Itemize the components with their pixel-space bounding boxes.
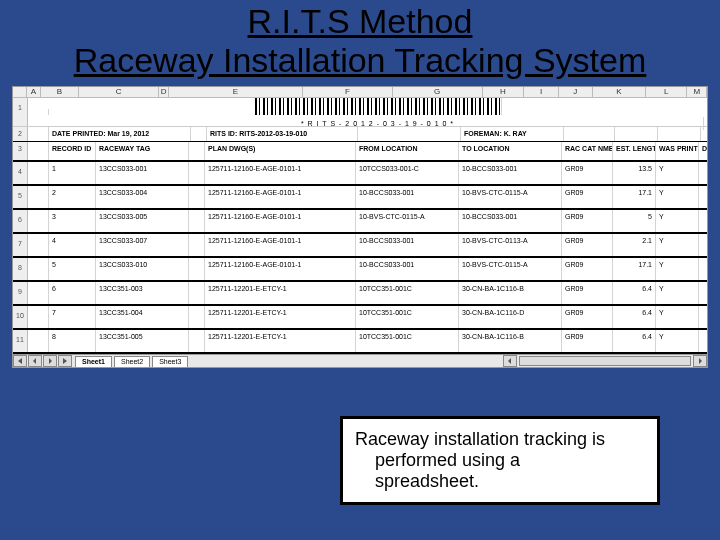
hdr-raccat[interactable]: RAC CAT NMBR: [562, 142, 613, 160]
cell-date-installed[interactable]: [699, 306, 707, 328]
cell-raccat[interactable]: GR09: [562, 234, 613, 256]
hdr-from[interactable]: FROM LOCATION: [356, 142, 459, 160]
hdr-plan-dwg[interactable]: PLAN DWG(S): [205, 142, 356, 160]
cell-date-installed[interactable]: [699, 162, 707, 184]
sheet-tab-2[interactable]: Sheet2: [114, 356, 150, 367]
cell-from[interactable]: 10-BCCS033-001: [356, 258, 459, 280]
col-C[interactable]: C: [79, 87, 160, 98]
sheet-tab-1[interactable]: Sheet1: [75, 356, 112, 367]
hdr-date-installed[interactable]: DATE INSTALLED: [699, 142, 707, 160]
hscroll-left-icon[interactable]: [503, 355, 517, 367]
cell-est-length[interactable]: 17.1: [613, 186, 656, 208]
cell-was-printed[interactable]: Y: [656, 306, 699, 328]
col-K[interactable]: K: [593, 87, 646, 98]
col-D[interactable]: D: [159, 87, 168, 98]
cell-raceway-tag[interactable]: 13CCS033-010: [96, 258, 189, 280]
col-M[interactable]: M: [687, 87, 707, 98]
cell-to[interactable]: 10-BVS-CTC-0115-A: [459, 186, 562, 208]
cell-to[interactable]: 10-BCCS033-001: [459, 210, 562, 232]
hdr-was-printed[interactable]: WAS PRINTED: [656, 142, 699, 160]
cell-raceway-tag[interactable]: 13CC351-005: [96, 330, 189, 352]
row-header[interactable]: 6: [13, 210, 28, 232]
cell-record-id[interactable]: 4: [49, 234, 96, 256]
cell-was-printed[interactable]: Y: [656, 234, 699, 256]
col-E[interactable]: E: [169, 87, 303, 98]
cell-plan-dwg[interactable]: 125711-12201-E-ETCY-1: [205, 282, 356, 304]
cell-est-length[interactable]: 5: [613, 210, 656, 232]
cell-plan-dwg[interactable]: 125711-12160-E-AGE-0101-1: [205, 234, 356, 256]
cell-raccat[interactable]: GR09: [562, 306, 613, 328]
cell-was-printed[interactable]: Y: [656, 282, 699, 304]
cell-est-length[interactable]: 2.1: [613, 234, 656, 256]
cell-record-id[interactable]: 7: [49, 306, 96, 328]
cell-date-installed[interactable]: [699, 186, 707, 208]
tab-first-icon[interactable]: [13, 355, 27, 367]
cell-est-length[interactable]: 6.4: [613, 306, 656, 328]
col-L[interactable]: L: [646, 87, 688, 98]
tab-prev-icon[interactable]: [28, 355, 42, 367]
row-header-1[interactable]: 1: [13, 98, 28, 126]
cell-raccat[interactable]: GR09: [562, 162, 613, 184]
cell-from[interactable]: 10-BCCS033-001: [356, 186, 459, 208]
cell-est-length[interactable]: 6.4: [613, 282, 656, 304]
cell-raccat[interactable]: GR09: [562, 282, 613, 304]
cell-date-installed[interactable]: [699, 234, 707, 256]
cell-date-installed[interactable]: [699, 330, 707, 352]
sheet-tab-3[interactable]: Sheet3: [152, 356, 188, 367]
cell-record-id[interactable]: 1: [49, 162, 96, 184]
row-header-3[interactable]: 3: [13, 142, 28, 160]
cell-to[interactable]: 30-CN-BA-1C116-D: [459, 306, 562, 328]
cell-from[interactable]: 10-BVS-CTC-0115-A: [356, 210, 459, 232]
cell-record-id[interactable]: 6: [49, 282, 96, 304]
cell-raceway-tag[interactable]: 13CC351-003: [96, 282, 189, 304]
cell-date-installed[interactable]: [699, 282, 707, 304]
col-B[interactable]: B: [41, 87, 79, 98]
cell-raceway-tag[interactable]: 13CCS033-005: [96, 210, 189, 232]
row-header[interactable]: 10: [13, 306, 28, 328]
cell-from[interactable]: 10TCC351-001C: [356, 330, 459, 352]
foreman[interactable]: FOREMAN: K. RAY: [461, 127, 564, 141]
cell-to[interactable]: 10-BCCS033-001: [459, 162, 562, 184]
cell-to[interactable]: 30-CN-BA-1C116-B: [459, 282, 562, 304]
cell-raceway-tag[interactable]: 13CCS033-001: [96, 162, 189, 184]
col-I[interactable]: I: [524, 87, 558, 98]
cell-was-printed[interactable]: Y: [656, 162, 699, 184]
tab-last-icon[interactable]: [58, 355, 72, 367]
cell-date-installed[interactable]: [699, 258, 707, 280]
cell-raccat[interactable]: GR09: [562, 210, 613, 232]
cell-raccat[interactable]: GR09: [562, 258, 613, 280]
hscroll-right-icon[interactable]: [693, 355, 707, 367]
hscroll-track[interactable]: [519, 356, 691, 366]
cell-est-length[interactable]: 13.5: [613, 162, 656, 184]
cell-est-length[interactable]: 6.4: [613, 330, 656, 352]
cell-plan-dwg[interactable]: 125711-12160-E-AGE-0101-1: [205, 210, 356, 232]
cell-raccat[interactable]: GR09: [562, 186, 613, 208]
cell-date-installed[interactable]: [699, 210, 707, 232]
tab-next-icon[interactable]: [43, 355, 57, 367]
row-header[interactable]: 8: [13, 258, 28, 280]
col-F[interactable]: F: [303, 87, 393, 98]
cell-to[interactable]: 10-BVS-CTC-0115-A: [459, 258, 562, 280]
cell-from[interactable]: 10TCC351-001C: [356, 306, 459, 328]
row-header[interactable]: 7: [13, 234, 28, 256]
hdr-record-id[interactable]: RECORD ID: [49, 142, 96, 160]
cell-to[interactable]: 30-CN-BA-1C116-B: [459, 330, 562, 352]
col-J[interactable]: J: [559, 87, 593, 98]
row-header[interactable]: 9: [13, 282, 28, 304]
select-all-cell[interactable]: [13, 87, 27, 98]
row-header[interactable]: 5: [13, 186, 28, 208]
row-header[interactable]: 4: [13, 162, 28, 184]
hdr-est-length[interactable]: EST. LENGTH: [613, 142, 656, 160]
cell-raceway-tag[interactable]: 13CCS033-004: [96, 186, 189, 208]
cell-raceway-tag[interactable]: 13CCS033-007: [96, 234, 189, 256]
cell-plan-dwg[interactable]: 125711-12160-E-AGE-0101-1: [205, 186, 356, 208]
hdr-to[interactable]: TO LOCATION: [459, 142, 562, 160]
cell-from[interactable]: 10-BCCS033-001: [356, 234, 459, 256]
cell-raccat[interactable]: GR09: [562, 330, 613, 352]
hdr-raceway-tag[interactable]: RACEWAY TAG: [96, 142, 189, 160]
cell-plan-dwg[interactable]: 125711-12160-E-AGE-0101-1: [205, 162, 356, 184]
cell-est-length[interactable]: 17.1: [613, 258, 656, 280]
cell-was-printed[interactable]: Y: [656, 186, 699, 208]
col-G[interactable]: G: [393, 87, 483, 98]
cell-plan-dwg[interactable]: 125711-12201-E-ETCY-1: [205, 306, 356, 328]
